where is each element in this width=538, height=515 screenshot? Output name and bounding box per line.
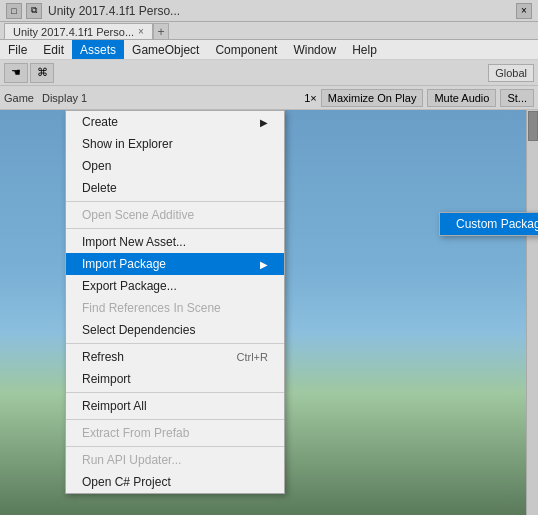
tab-close-icon[interactable]: × <box>138 26 144 37</box>
menu-item-delete[interactable]: Delete <box>66 177 284 199</box>
close-button[interactable]: × <box>516 3 532 19</box>
menu-item-import-new-asset[interactable]: Import New Asset... <box>66 231 284 253</box>
refresh-shortcut: Ctrl+R <box>237 351 268 363</box>
ratio-label: 1× <box>304 92 317 104</box>
submenu-item-custom-package[interactable]: Custom Package... <box>440 213 538 235</box>
assets-dropdown: Create ▶ Show in Explorer Open Delete Op… <box>65 110 285 494</box>
menu-item-run-api-updater: Run API Updater... <box>66 449 284 471</box>
maximize-on-play-button[interactable]: Maximize On Play <box>321 89 424 107</box>
import-package-arrow-icon: ▶ <box>260 259 268 270</box>
toolbar-button-2[interactable]: ⌘ <box>30 63 54 83</box>
menu-assets[interactable]: Assets <box>72 40 124 59</box>
menu-item-export-package[interactable]: Export Package... <box>66 275 284 297</box>
separator-5 <box>66 419 284 420</box>
arrow-icon: ▶ <box>260 117 268 128</box>
separator-1 <box>66 201 284 202</box>
menu-help[interactable]: Help <box>344 40 385 59</box>
menu-item-reimport[interactable]: Reimport <box>66 368 284 390</box>
separator-2 <box>66 228 284 229</box>
menu-gameobject[interactable]: GameObject <box>124 40 207 59</box>
title-bar-icons: □ ⧉ <box>6 3 42 19</box>
import-package-submenu: Custom Package... <box>439 212 538 236</box>
menu-item-extract-from-prefab: Extract From Prefab <box>66 422 284 444</box>
restore-icon[interactable]: ⧉ <box>26 3 42 19</box>
display-label: Display 1 <box>42 92 87 104</box>
title-bar: □ ⧉ Unity 2017.4.1f1 Perso... × <box>0 0 538 22</box>
window-icon[interactable]: □ <box>6 3 22 19</box>
menu-file[interactable]: File <box>0 40 35 59</box>
menu-edit[interactable]: Edit <box>35 40 72 59</box>
toolbar-button-1[interactable]: ☚ <box>4 63 28 83</box>
menu-item-create[interactable]: Create ▶ <box>66 111 284 133</box>
tab-main[interactable]: Unity 2017.4.1f1 Perso... × <box>4 23 153 39</box>
new-tab-button[interactable]: + <box>153 23 169 39</box>
menu-item-open[interactable]: Open <box>66 155 284 177</box>
menu-item-find-references: Find References In Scene <box>66 297 284 319</box>
separator-3 <box>66 343 284 344</box>
separator-6 <box>66 446 284 447</box>
menu-item-refresh[interactable]: Refresh Ctrl+R <box>66 346 284 368</box>
window-title: Unity 2017.4.1f1 Perso... <box>48 4 510 18</box>
tab-bar: Unity 2017.4.1f1 Perso... × + <box>0 22 538 40</box>
global-dropdown[interactable]: Global <box>488 64 534 82</box>
separator-4 <box>66 392 284 393</box>
stats-button[interactable]: St... <box>500 89 534 107</box>
scrollbar[interactable] <box>526 110 538 515</box>
menu-item-import-package[interactable]: Import Package ▶ <box>66 253 284 275</box>
menu-bar: File Edit Assets GameObject Component Wi… <box>0 40 538 60</box>
toolbar2: Game Display 1 1× Maximize On Play Mute … <box>0 86 538 110</box>
game-label: Game <box>4 92 34 104</box>
toolbar: ☚ ⌘ Global <box>0 60 538 86</box>
tab-label: Unity 2017.4.1f1 Perso... <box>13 26 134 38</box>
menu-item-open-scene-additive: Open Scene Additive <box>66 204 284 226</box>
mute-audio-button[interactable]: Mute Audio <box>427 89 496 107</box>
menu-item-open-csharp[interactable]: Open C# Project <box>66 471 284 493</box>
menu-window[interactable]: Window <box>285 40 344 59</box>
main-area: Create ▶ Show in Explorer Open Delete Op… <box>0 110 538 515</box>
menu-item-reimport-all[interactable]: Reimport All <box>66 395 284 417</box>
menu-item-select-dependencies[interactable]: Select Dependencies <box>66 319 284 341</box>
menu-item-show-explorer[interactable]: Show in Explorer <box>66 133 284 155</box>
scrollbar-thumb[interactable] <box>528 111 538 141</box>
menu-component[interactable]: Component <box>207 40 285 59</box>
